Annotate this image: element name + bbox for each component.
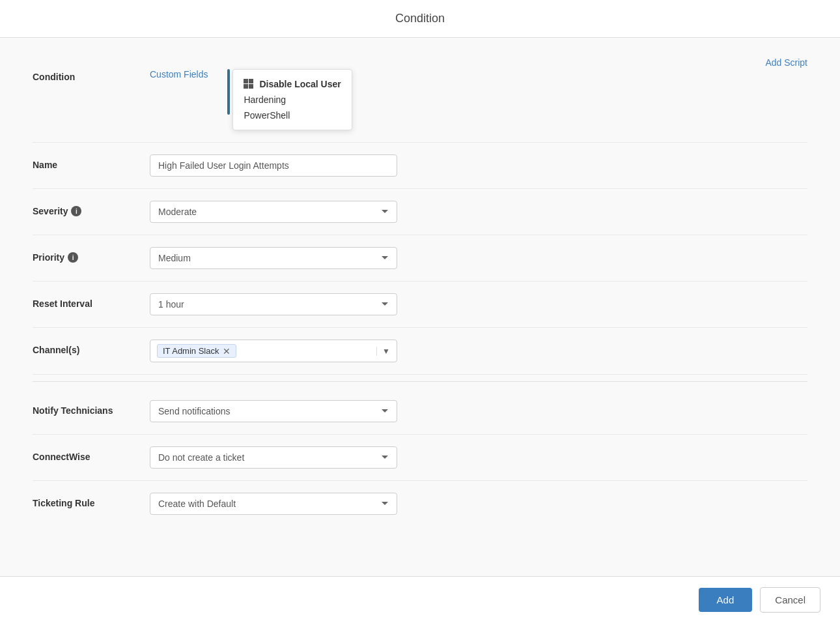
connectwise-row: ConnectWise Do not create a ticket Creat… (33, 435, 807, 481)
priority-select[interactable]: Low Medium High (150, 247, 397, 269)
modal-body: Add Script Condition Custom Fields (0, 38, 840, 576)
script-item-2[interactable]: Hardening (244, 92, 341, 108)
condition-content: Custom Fields Disabl (150, 69, 352, 130)
priority-control-wrap: Low Medium High (150, 247, 397, 269)
custom-fields-link[interactable]: Custom Fields (150, 69, 208, 80)
ticketing-rule-label: Ticketing Rule (33, 493, 150, 508)
severity-row: Severity i Low Moderate High Critical (33, 189, 807, 235)
channel-tag: IT Admin Slack ✕ (157, 344, 236, 358)
ticketing-rule-select[interactable]: Create with Default Use Existing Rule (150, 493, 397, 515)
name-label: Name (33, 154, 150, 170)
windows-icon (244, 79, 254, 89)
channels-tag-select[interactable]: IT Admin Slack ✕ ▼ (150, 340, 397, 362)
script-popover: Disable Local User Hardening PowerShell (227, 69, 352, 130)
reset-interval-select[interactable]: 15 minutes 30 minutes 1 hour 2 hours 4 h… (150, 293, 397, 315)
priority-info-icon[interactable]: i (68, 252, 78, 263)
script-item-3[interactable]: PowerShell (244, 108, 341, 123)
channels-tags-area: IT Admin Slack ✕ (157, 344, 374, 358)
popover-left-bar (227, 69, 230, 115)
channels-control-wrap: IT Admin Slack ✕ ▼ (150, 340, 397, 362)
notify-row: Notify Technicians Send notifications Do… (33, 388, 807, 435)
script-dropdown: Disable Local User Hardening PowerShell (232, 69, 352, 130)
connectwise-select[interactable]: Do not create a ticket Create a ticket (150, 446, 397, 469)
channels-dropdown-arrow[interactable]: ▼ (376, 347, 390, 356)
name-row: Name (33, 143, 807, 189)
modal-header: Condition (0, 0, 840, 38)
connectwise-label: ConnectWise (33, 446, 150, 462)
severity-label: Severity i (33, 201, 150, 216)
section-separator (33, 381, 807, 382)
cancel-button[interactable]: Cancel (760, 587, 820, 613)
reset-interval-control-wrap: 15 minutes 30 minutes 1 hour 2 hours 4 h… (150, 293, 397, 315)
connectwise-control-wrap: Do not create a ticket Create a ticket (150, 446, 397, 469)
priority-label: Priority i (33, 247, 150, 263)
ticketing-rule-row: Ticketing Rule Create with Default Use E… (33, 481, 807, 527)
modal-footer: Add Cancel (0, 576, 840, 623)
notify-select[interactable]: Send notifications Do not send notificat… (150, 400, 397, 422)
notify-control-wrap: Send notifications Do not send notificat… (150, 400, 397, 422)
severity-control-wrap: Low Moderate High Critical (150, 201, 397, 223)
severity-info-icon[interactable]: i (71, 206, 81, 216)
priority-row: Priority i Low Medium High (33, 235, 807, 282)
condition-row: Condition Custom Fields (33, 57, 807, 143)
reset-interval-row: Reset Interval 15 minutes 30 minutes 1 h… (33, 282, 807, 328)
channels-label: Channel(s) (33, 340, 150, 355)
script-item-1[interactable]: Disable Local User (244, 76, 341, 92)
condition-field-label: Condition (33, 69, 150, 82)
add-button[interactable]: Add (699, 588, 753, 612)
notify-label: Notify Technicians (33, 400, 150, 416)
name-control-wrap (150, 154, 397, 177)
reset-interval-label: Reset Interval (33, 293, 150, 309)
add-script-link[interactable]: Add Script (765, 57, 807, 68)
modal-title: Condition (0, 12, 840, 25)
severity-select[interactable]: Low Moderate High Critical (150, 201, 397, 223)
name-input[interactable] (150, 154, 397, 177)
channels-row: Channel(s) IT Admin Slack ✕ ▼ (33, 328, 807, 375)
remove-channel-tag[interactable]: ✕ (223, 347, 231, 356)
ticketing-rule-control-wrap: Create with Default Use Existing Rule (150, 493, 397, 515)
